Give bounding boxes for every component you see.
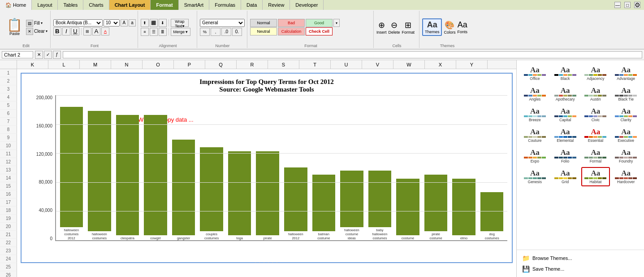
theme-item-foundry[interactable]: AaFoundry [611,146,640,166]
bar-item-11: baby halloween costumes [366,95,393,240]
good-style[interactable]: Good [306,19,333,27]
borders-button[interactable]: ⊞ [83,27,91,35]
number-format-select[interactable]: General [200,19,245,27]
tab-format[interactable]: Format [151,0,178,10]
theme-item-couture[interactable]: AaCouture [520,126,549,145]
row-number-8: 8 [0,126,17,134]
theme-colors-0 [524,74,546,76]
theme-color-dot-0-4 [542,74,546,76]
delete-button[interactable]: ⊖ Delete [388,20,400,35]
maximize-button[interactable]: □ [624,2,631,8]
theme-item-black-tie[interactable]: AaBlack Tie [611,84,640,104]
cell-reference-input[interactable] [2,51,33,58]
tab-formulas[interactable]: Formulas [209,0,241,10]
align-right-button[interactable]: ≣ [159,28,167,36]
theme-aa-20: Aa [530,169,540,177]
theme-item-formal[interactable]: AaFormal [581,146,610,166]
theme-item-office[interactable]: AaOffice [520,64,549,83]
theme-item-expo[interactable]: AaExpo [520,146,549,166]
theme-color-dot-19-0 [615,157,619,158]
fill-button[interactable]: ▤ Fill ▾ [26,20,48,27]
formula-input[interactable] [63,51,642,58]
tab-developer[interactable]: Developer [290,0,324,10]
font-size-select[interactable]: 10 [104,19,120,26]
tab-charts[interactable]: Charts [83,0,109,10]
align-top-button[interactable]: ⬆ [141,19,149,27]
minimize-button[interactable]: — [614,2,621,8]
normal-style[interactable]: Normal [250,19,277,27]
theme-item-civic[interactable]: AaCivic [581,105,610,124]
tab-home[interactable]: 🏠 Home [0,0,32,10]
fill-dropdown-icon[interactable]: ▾ [41,21,43,25]
tab-data[interactable]: Data [241,0,263,10]
theme-item-austin[interactable]: AaAustin [581,84,610,104]
align-center-button[interactable]: ☰ [150,28,158,36]
insert-function-button[interactable]: ƒ [53,51,61,59]
insert-button[interactable]: ⊕ Insert [376,20,387,35]
tab-layout[interactable]: Layout [32,0,58,10]
neutral-style[interactable]: Neutral [250,27,277,35]
theme-color-dot-19-2 [624,157,628,158]
percent-button[interactable]: % [200,28,210,36]
themes-scroll[interactable]: AaOfficeAaBlackAaAdjacencyAaAdvantageAaA… [517,60,644,250]
check-cell-style[interactable]: Check Cell [306,27,333,35]
bad-style[interactable]: Bad [278,19,305,27]
clear-button[interactable]: ✕ Clear ▾ [26,28,48,35]
decrease-decimal-button[interactable]: 0. [232,28,242,36]
cancel-formula-button[interactable]: ✕ [35,51,43,59]
theme-item-hardcover[interactable]: AaHardcover [611,167,640,186]
theme-item-folio[interactable]: AaFolio [551,146,580,166]
theme-item-grid[interactable]: AaGrid [551,167,580,186]
tab-chart-layout[interactable]: Chart Layout [109,0,151,10]
theme-item-capital[interactable]: AaCapital [551,105,580,124]
theme-color-dot-21-4 [572,177,576,179]
calculation-style[interactable]: Calculation [278,27,305,35]
theme-colors-10 [584,115,606,117]
font-color-button[interactable]: A [101,27,109,35]
format-cells-button[interactable]: ⊞ Format [402,20,415,35]
paste-button[interactable]: 📋 Paste [4,18,25,37]
theme-name-8: Breeze [529,118,541,122]
chart-box[interactable]: · · · · · · Impressions for Top Query Te… [21,73,513,263]
theme-item-black[interactable]: AaBlack [551,64,580,83]
tab-smartart[interactable]: SmartArt [179,0,209,10]
fill-color-button[interactable]: A [92,27,100,35]
themes-font-button[interactable]: Aa Fonts [457,20,467,34]
styles-more-button[interactable]: ▾ [333,19,340,27]
browse-themes-button[interactable]: 📁 Browse Themes... [519,253,641,264]
align-left-button[interactable]: ≡ [141,28,149,36]
save-theme-button[interactable]: 💾 Save Theme... [519,264,641,274]
increase-font-button[interactable]: A [121,19,128,26]
themes-button[interactable]: Aa Themes [422,18,442,36]
wrap-text-button[interactable]: Wrap Text▾ [171,19,189,27]
align-middle-button[interactable]: ⬛ [150,19,158,27]
align-bottom-button[interactable]: ⬇ [159,19,167,27]
increase-decimal-button[interactable]: .0 [221,28,231,36]
tab-tables[interactable]: Tables [58,0,83,10]
underline-button[interactable]: U [71,27,79,35]
theme-item-breeze[interactable]: AaBreeze [520,105,549,124]
decrease-font-button[interactable]: a [129,19,136,26]
tab-review[interactable]: Review [263,0,290,10]
theme-item-genesis[interactable]: AaGenesis [520,167,549,186]
font-family-select[interactable]: Book Antiqua (B... [53,19,103,26]
theme-item-executive[interactable]: AaExecutive [611,126,640,145]
themes-color-button[interactable]: 🎨 Colors [444,20,455,35]
theme-item-clarity[interactable]: AaClarity [611,105,640,124]
clear-dropdown-icon[interactable]: ▾ [46,29,48,33]
theme-item-apothecary[interactable]: AaApothecary [551,84,580,104]
themes-font-icon: Aa [458,20,467,30]
theme-item-habitat[interactable]: AaHabitat [581,167,610,186]
bold-button[interactable]: B [53,27,61,35]
theme-item-elemental[interactable]: AaElemental [551,126,580,145]
theme-color-dot-7-0 [615,95,619,97]
theme-item-advantage[interactable]: AaAdvantage [611,64,640,83]
close-button[interactable]: ⚙ [634,2,640,8]
theme-item-adjacency[interactable]: AaAdjacency [581,64,610,83]
theme-item-essential[interactable]: AaEssential [581,126,610,145]
confirm-formula-button[interactable]: ✓ [44,51,52,59]
theme-item-angles[interactable]: AaAngles [520,84,549,104]
italic-button[interactable]: I [62,27,70,35]
merge-button[interactable]: Merge ▾ [171,28,190,36]
comma-button[interactable]: , [211,28,220,36]
